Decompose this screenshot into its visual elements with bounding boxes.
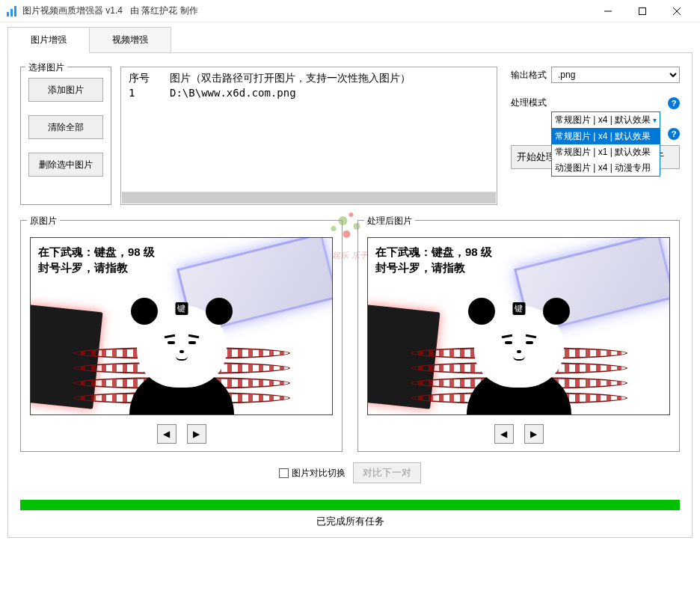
original-next-button[interactable]: ▶ [187, 424, 206, 444]
right-controls: 输出格式 .png 处理模式 ? 常规图片 | x4 | 默认效果 ▾ 常规图片… [506, 67, 680, 205]
process-mode-label: 处理模式 [511, 97, 547, 109]
main-panel: 选择图片 添加图片 清除全部 删除选中图片 序号 图片（双击路径可打开图片，支持… [7, 52, 693, 538]
process-mode-selected[interactable]: 常规图片 | x4 | 默认效果 ▾ [552, 112, 660, 129]
help-icon[interactable]: ? [668, 128, 680, 140]
tab-image-enhance[interactable]: 图片增强 [7, 27, 90, 53]
minimize-button[interactable] [591, 0, 625, 22]
col-header-index: 序号 [129, 72, 170, 85]
original-image: 在下武魂：键盘，98 级 封号斗罗，请指教 键 [30, 237, 333, 415]
select-images-legend: 选择图片 [25, 61, 67, 74]
original-image-group: 原图片 在下武魂：键盘，98 级 封号斗罗，请指教 键 [20, 220, 343, 452]
delete-selected-button[interactable]: 删除选中图片 [28, 153, 103, 177]
app-icon [6, 5, 18, 17]
output-format-label: 输出格式 [511, 69, 547, 82]
status-message: 已完成所有任务 [20, 515, 680, 528]
horizontal-scrollbar[interactable] [122, 192, 496, 204]
window-titlebar: 图片视频画质增强器 v1.4 由 落红护花 制作 [0, 0, 700, 22]
processed-next-button[interactable]: ▶ [524, 424, 544, 444]
tab-video-enhance[interactable]: 视频增强 [89, 27, 171, 53]
compare-next-pair-button: 对比下一对 [353, 462, 421, 483]
list-item[interactable]: 1 D:\B\www.x6d.com.png [129, 87, 489, 99]
svg-rect-2 [14, 6, 16, 16]
dropdown-option[interactable]: 常规图片 | x4 | 默认效果 [552, 129, 660, 144]
dropdown-option[interactable]: 动漫图片 | x4 | 动漫专用 [552, 160, 660, 176]
clear-all-button[interactable]: 清除全部 [28, 115, 103, 139]
col-header-path: 图片（双击路径可打开图片，支持一次性拖入图片） [170, 72, 489, 85]
output-format-select[interactable]: .png [551, 67, 680, 83]
help-icon[interactable]: ? [668, 97, 680, 109]
select-images-group: 选择图片 添加图片 清除全部 删除选中图片 [20, 67, 111, 205]
svg-rect-4 [639, 7, 646, 14]
progress-bar [20, 500, 680, 510]
tabs: 图片增强 视频增强 [0, 22, 700, 53]
window-title: 图片视频画质增强器 v1.4 由 落红护花 制作 [22, 4, 591, 17]
dropdown-option[interactable]: 常规图片 | x1 | 默认效果 [552, 144, 660, 160]
close-button[interactable] [660, 0, 694, 22]
svg-rect-0 [7, 12, 9, 16]
svg-rect-1 [10, 9, 13, 16]
file-list[interactable]: 序号 图片（双击路径可打开图片，支持一次性拖入图片） 1 D:\B\www.x6… [120, 67, 497, 205]
chevron-down-icon: ▾ [653, 116, 657, 124]
processed-image-title: 处理后图片 [364, 215, 415, 227]
process-mode-dropdown[interactable]: 常规图片 | x4 | 默认效果 ▾ 常规图片 | x4 | 默认效果 常规图片… [551, 111, 660, 177]
original-image-title: 原图片 [27, 215, 60, 227]
processed-image: 在下武魂：键盘，98 级 封号斗罗，请指教 键 [367, 237, 670, 415]
processed-prev-button[interactable]: ◀ [494, 424, 514, 444]
compare-toggle-checkbox[interactable]: 图片对比切换 [279, 467, 346, 480]
original-prev-button[interactable]: ◀ [157, 424, 176, 444]
processed-image-group: 处理后图片 在下武魂：键盘，98 级 封号斗罗，请指教 键 [357, 220, 680, 452]
add-image-button[interactable]: 添加图片 [28, 78, 103, 102]
maximize-button[interactable] [625, 0, 660, 22]
